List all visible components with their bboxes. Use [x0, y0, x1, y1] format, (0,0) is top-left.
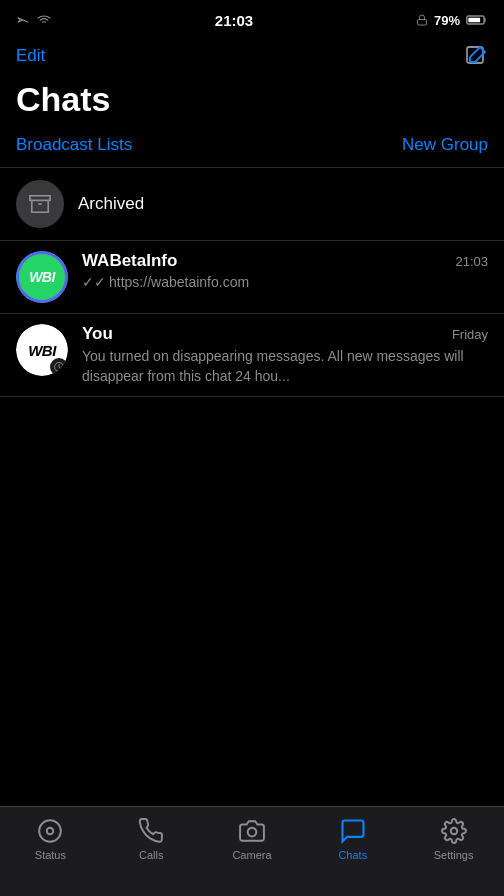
- new-group-button[interactable]: New Group: [402, 135, 488, 155]
- chats-label: Chats: [338, 849, 367, 861]
- status-bar: 21:03 79%: [0, 0, 504, 40]
- svg-rect-4: [30, 196, 50, 201]
- avatar-wabetainfo: WBI: [16, 251, 68, 303]
- chat-row-wabetainfo[interactable]: WBI WABetaInfo 21:03 ✓✓ https://wabetain…: [0, 241, 504, 314]
- chat-preview-you: You turned on disappearing messages. All…: [82, 347, 488, 386]
- nav-item-chats[interactable]: Chats: [302, 817, 403, 861]
- archived-label: Archived: [78, 194, 144, 214]
- chat-list: Archived WBI WABetaInfo 21:03 ✓✓ https:/…: [0, 168, 504, 397]
- edit-button[interactable]: Edit: [16, 46, 45, 66]
- chat-preview-wabetainfo: ✓✓ https://wabetainfo.com: [82, 274, 488, 290]
- double-check-icon: ✓✓: [82, 274, 106, 290]
- disappearing-clock-icon: [50, 358, 68, 376]
- page-title: Chats: [0, 76, 504, 131]
- settings-icon: [440, 817, 468, 845]
- archived-row[interactable]: Archived: [0, 168, 504, 241]
- header: Edit: [0, 40, 504, 76]
- chat-header-you: You Friday: [82, 324, 488, 344]
- broadcast-lists-button[interactable]: Broadcast Lists: [16, 135, 132, 155]
- calls-label: Calls: [139, 849, 163, 861]
- status-icon: [36, 817, 64, 845]
- svg-point-10: [450, 828, 457, 835]
- camera-icon: [238, 817, 266, 845]
- calls-icon: [137, 817, 165, 845]
- chat-name-wabetainfo: WABetaInfo: [82, 251, 177, 271]
- nav-item-status[interactable]: Status: [0, 817, 101, 861]
- camera-label: Camera: [232, 849, 271, 861]
- svg-point-9: [248, 828, 257, 837]
- airplane-icon: [16, 13, 30, 27]
- lock-icon: [416, 13, 428, 27]
- svg-rect-2: [468, 18, 480, 23]
- settings-label: Settings: [434, 849, 474, 861]
- chat-name-you: You: [82, 324, 113, 344]
- status-label: Status: [35, 849, 66, 861]
- svg-point-8: [47, 828, 54, 835]
- battery-percent: 79%: [434, 13, 460, 28]
- status-bar-time: 21:03: [215, 12, 253, 29]
- nav-item-calls[interactable]: Calls: [101, 817, 202, 861]
- svg-rect-0: [417, 20, 426, 26]
- svg-point-7: [40, 820, 62, 842]
- status-bar-right: 79%: [416, 13, 488, 28]
- chat-content-wabetainfo: WABetaInfo 21:03 ✓✓ https://wabetainfo.c…: [82, 251, 488, 290]
- chat-row-you[interactable]: WBI You Friday You turned on disappearin…: [0, 314, 504, 397]
- battery-icon: [466, 14, 488, 26]
- nav-item-camera[interactable]: Camera: [202, 817, 303, 861]
- chat-time-wabetainfo: 21:03: [455, 254, 488, 269]
- action-row: Broadcast Lists New Group: [0, 131, 504, 168]
- chats-icon: [339, 817, 367, 845]
- chat-header-wabetainfo: WABetaInfo 21:03: [82, 251, 488, 271]
- nav-item-settings[interactable]: Settings: [403, 817, 504, 861]
- chat-content-you: You Friday You turned on disappearing me…: [82, 324, 488, 386]
- avatar-you: WBI: [16, 324, 68, 376]
- wifi-icon: [36, 13, 52, 27]
- chat-time-you: Friday: [452, 327, 488, 342]
- bottom-nav: Status Calls Camera Chats: [0, 806, 504, 896]
- archived-icon: [16, 180, 64, 228]
- status-bar-left: [16, 13, 52, 27]
- compose-icon[interactable]: [464, 44, 488, 68]
